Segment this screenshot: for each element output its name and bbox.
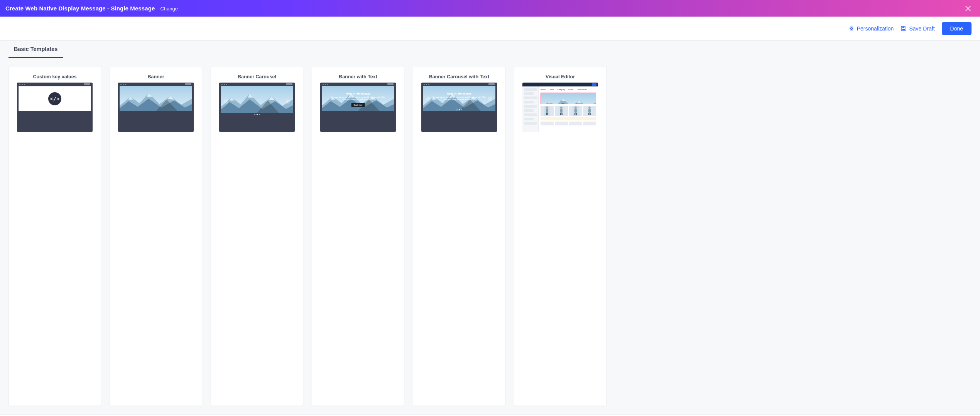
svg-rect-7 [902,27,904,28]
action-row: Personalization Save Draft Done [0,17,980,41]
carousel-next-icon: › [488,96,492,101]
banner-caption-sub: Explore the snow-laden forests of surrea… [322,96,394,101]
tabs-bar: Basic Templates [0,41,980,58]
code-icon: </> [48,92,61,105]
template-title: Banner with Text [339,74,377,79]
template-thumb: High On Himalayas Explore the snow-laden… [320,83,396,132]
close-icon [965,6,971,11]
top-header-bar: Create Web Native Display Message - Sing… [0,0,980,17]
template-card-banner-carousel-text[interactable]: Banner Carousel with Text High On Himala… [413,67,505,406]
template-title: Banner Carousel with Text [429,74,490,79]
visual-editor-hero [541,93,596,104]
template-gallery: Custom key values </> Banner Banner Caro… [0,58,980,414]
done-button[interactable]: Done [942,22,972,35]
close-button[interactable] [963,3,973,14]
change-link[interactable]: Change [160,6,178,12]
tab-basic-templates[interactable]: Basic Templates [8,41,63,58]
save-draft-label: Save Draft [909,25,934,32]
template-card-banner[interactable]: Banner [110,67,202,406]
gear-icon [848,25,855,32]
template-card-custom-kv[interactable]: Custom key values </> [8,67,101,406]
banner-caption-title: High On Himalayas [423,92,495,95]
template-title: Custom key values [33,74,76,79]
carousel-next-icon: › [286,99,290,104]
template-title: Visual Editor [546,74,575,79]
personalization-label: Personalization [857,25,894,32]
carousel-dots [423,109,495,110]
template-thumb: High On Himalayas Explore the snow-laden… [421,83,497,132]
personalization-button[interactable]: Personalization [848,25,894,32]
carousel-prev-icon: ‹ [426,96,431,101]
svg-rect-6 [902,29,905,30]
template-title: Banner [147,74,164,79]
carousel-prev-icon: ‹ [224,99,228,104]
carousel-dots [221,114,293,115]
template-thumb: ‹ › [219,83,295,132]
template-thumb [118,83,194,132]
template-card-banner-text[interactable]: Banner with Text High On Himalayas Explo… [312,67,404,406]
template-thumb: Home Offers Category Stores Destinations [522,83,598,132]
template-card-banner-carousel[interactable]: Banner Carousel ‹ › [211,67,303,406]
banner-caption-title: High On Himalayas [322,92,394,95]
save-icon [901,25,907,32]
visual-editor-tabs: Home Offers Category Stores Destinations [541,88,596,91]
template-card-visual-editor[interactable]: Visual Editor Home Offers Category Sto [514,67,607,406]
template-title: Banner Carousel [238,74,276,79]
banner-caption-cta: Book Now [351,103,365,107]
bottom-bar [0,414,980,416]
save-draft-button[interactable]: Save Draft [901,25,934,32]
page-title: Create Web Native Display Message - Sing… [5,5,155,12]
banner-caption-sub: Explore the snow-laden forests of surrea… [423,96,495,101]
template-thumb: </> [17,83,93,132]
